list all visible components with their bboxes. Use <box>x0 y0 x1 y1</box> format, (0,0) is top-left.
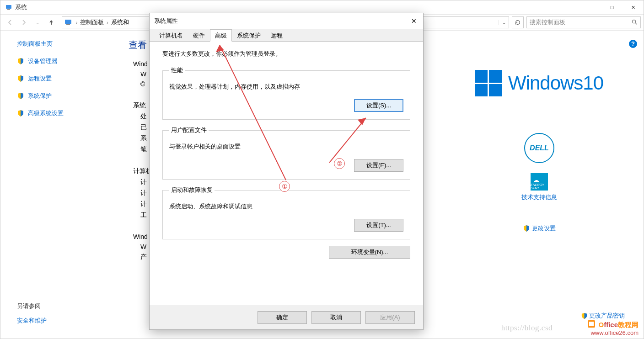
sidebar-label: 设备管理器 <box>28 57 58 65</box>
breadcrumb-sub[interactable]: 系统和 <box>109 18 131 26</box>
system-properties-dialog: 系统属性 ✕ 计算机名 硬件 高级 系统保护 远程 要进行大多数更改，你必须作为… <box>149 13 424 330</box>
dell-logo: DELL <box>524 133 554 163</box>
tab-remote[interactable]: 远程 <box>266 29 288 42</box>
profile-group: 用户配置文件 与登录帐户相关的桌面设置 设置(E)... <box>162 126 410 180</box>
refresh-button[interactable] <box>512 16 524 28</box>
control-panel-home-link[interactable]: 控制面板主页 <box>17 40 119 48</box>
sidebar-item-remote[interactable]: 远程设置 <box>17 74 119 83</box>
shield-icon <box>17 75 24 82</box>
brand-watermark: Office教程网 www.office26.com <box>586 319 639 336</box>
svg-rect-0 <box>6 5 11 9</box>
startup-group: 启动和故障恢复 系统启动、系统故障和调试信息 设置(T)... <box>162 186 410 239</box>
shield-icon <box>17 92 24 100</box>
computer-icon <box>64 18 72 26</box>
tech-support-link[interactable]: 技术支持信息 <box>521 193 557 201</box>
svg-rect-2 <box>65 20 71 24</box>
sidebar-label: 远程设置 <box>28 74 52 83</box>
windows-logo: Windows10 <box>475 70 603 96</box>
tab-protection[interactable]: 系统保护 <box>232 29 266 42</box>
windows-icon <box>475 70 502 96</box>
profile-legend: 用户配置文件 <box>169 126 209 134</box>
blog-watermark: https://blog.csd <box>501 323 553 333</box>
search-box[interactable]: 搜索控制面板 <box>526 16 641 28</box>
search-placeholder: 搜索控制面板 <box>530 18 565 26</box>
sidebar: 控制面板主页 设备管理器 远程设置 系统保护 高级系统设置 另请参阅 安全和维护 <box>0 31 119 339</box>
shield-icon <box>17 58 24 65</box>
shield-icon <box>17 110 24 117</box>
profile-desc: 与登录帐户相关的桌面设置 <box>169 143 403 151</box>
recent-dropdown[interactable]: ⌄ <box>31 16 44 29</box>
environment-variables-button[interactable]: 环境变量(N)... <box>329 246 410 259</box>
cancel-button[interactable]: 取消 <box>311 311 361 324</box>
see-also-label: 另请参阅 <box>17 302 47 310</box>
tab-computer-name[interactable]: 计算机名 <box>154 29 188 42</box>
svg-line-5 <box>635 22 637 24</box>
svg-rect-11 <box>589 322 594 326</box>
computer-icon <box>5 4 12 11</box>
dialog-tabs: 计算机名 硬件 高级 系统保护 远程 <box>150 29 423 42</box>
ok-button[interactable]: 确定 <box>258 311 307 324</box>
admin-note: 要进行大多数更改，你必须作为管理员登录。 <box>162 50 410 58</box>
sidebar-label: 系统保护 <box>28 92 52 100</box>
close-button[interactable]: ✕ <box>623 0 644 14</box>
address-dropdown[interactable]: ⌄ <box>499 20 509 25</box>
link-label: 更改设置 <box>532 224 556 233</box>
performance-desc: 视觉效果，处理器计划，内存使用，以及虚拟内存 <box>169 83 403 91</box>
brand-url: www.office26.com <box>590 329 639 336</box>
up-button[interactable] <box>44 16 58 29</box>
performance-legend: 性能 <box>169 66 185 74</box>
svg-rect-1 <box>7 9 10 10</box>
performance-group: 性能 视觉效果，处理器计划，内存使用，以及虚拟内存 设置(S)... <box>162 66 410 120</box>
dialog-titlebar: 系统属性 ✕ <box>150 13 423 29</box>
dialog-close-button[interactable]: ✕ <box>409 17 419 25</box>
dialog-footer: 确定 取消 应用(A) <box>150 305 423 329</box>
search-icon <box>631 19 638 26</box>
dialog-body: 要进行大多数更改，你必须作为管理员登录。 性能 视觉效果，处理器计划，内存使用，… <box>150 42 423 305</box>
apply-button[interactable]: 应用(A) <box>365 311 415 324</box>
shield-icon <box>523 225 530 232</box>
security-maintenance-link[interactable]: 安全和维护 <box>17 317 47 325</box>
startup-legend: 启动和故障恢复 <box>169 186 215 194</box>
maximize-button[interactable]: □ <box>601 0 623 14</box>
chevron-right-icon: › <box>75 20 78 25</box>
brand-line-1: Office教程网 <box>586 319 639 329</box>
windows-text: Windows10 <box>508 72 603 94</box>
energy-star-icon: ENERGY STAR <box>531 173 548 191</box>
sidebar-item-advanced[interactable]: 高级系统设置 <box>17 109 119 117</box>
sidebar-footer: 另请参阅 安全和维护 <box>17 302 47 325</box>
chevron-right-icon: › <box>106 20 109 25</box>
svg-point-4 <box>633 20 636 23</box>
minimize-button[interactable]: — <box>580 0 601 14</box>
breadcrumb-root[interactable]: 控制面板 <box>78 18 106 26</box>
profile-settings-button[interactable]: 设置(E)... <box>354 159 403 172</box>
dialog-title: 系统属性 <box>154 17 178 25</box>
back-button[interactable] <box>3 16 17 29</box>
svg-rect-3 <box>66 24 70 25</box>
sidebar-item-protection[interactable]: 系统保护 <box>17 92 119 100</box>
performance-settings-button[interactable]: 设置(S)... <box>354 99 403 112</box>
tab-advanced[interactable]: 高级 <box>210 29 232 42</box>
window-title: 系统 <box>15 3 27 11</box>
sidebar-item-device-manager[interactable]: 设备管理器 <box>17 57 119 65</box>
startup-desc: 系统启动、系统故障和调试信息 <box>169 202 403 211</box>
right-panel: Windows10 DELL ENERGY STAR 技术支持信息 更改设置 <box>443 42 635 233</box>
window-controls: — □ ✕ <box>580 0 644 14</box>
titlebar: 系统 — □ ✕ <box>0 0 644 14</box>
sidebar-label: 高级系统设置 <box>28 109 64 117</box>
forward-button[interactable] <box>17 16 31 29</box>
change-settings-link[interactable]: 更改设置 <box>523 224 556 233</box>
tab-hardware[interactable]: 硬件 <box>188 29 210 42</box>
startup-settings-button[interactable]: 设置(T)... <box>354 219 403 232</box>
